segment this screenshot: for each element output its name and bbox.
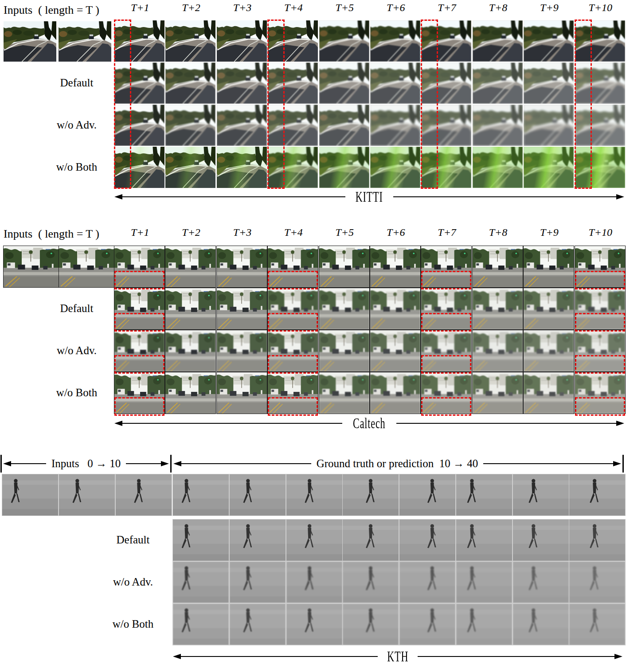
- kth-wo-both-frame-2: [230, 604, 286, 645]
- arrow-left-head-icon: [173, 654, 181, 659]
- kth-wo-adv-frame-6: [456, 562, 512, 603]
- kitti-highlight-box-t10: [575, 20, 592, 189]
- caltech-highlight-box-t10-row2: [575, 313, 625, 332]
- caltech-ground-truth-frame-6: [370, 246, 420, 287]
- kitti-dataset-label: KITTI: [350, 188, 389, 205]
- figure-root: Inputs ( length = T ) Default w/o Adv. w…: [0, 0, 626, 672]
- caltech-wo-both-frame-5: [319, 372, 369, 414]
- caltech-highlight-box-t7-row3: [421, 355, 471, 374]
- kth-wo-adv-frame-8: [569, 562, 625, 603]
- arrow-line: [418, 656, 614, 657]
- kitti-default-frame-3: [217, 63, 267, 104]
- kitti-row-label-wo-both: w/o Both: [39, 160, 114, 174]
- kth-ground-truth-frame-7: [513, 474, 569, 516]
- kitti-col-header-tplus1: T+1: [114, 2, 165, 14]
- arrow-line: [126, 463, 161, 465]
- kitti-row-label-default: Default: [39, 76, 114, 90]
- kitti-wo-adv-frame-6: [370, 105, 420, 146]
- kth-input-frame-2: [59, 474, 115, 516]
- kth-axis-arrow: KTH: [173, 651, 622, 662]
- caltech-col-header-tplus6: T+6: [370, 227, 421, 238]
- caltech-wo-both-frame-8: [473, 372, 523, 414]
- kth-wo-both-frame-6: [456, 604, 512, 645]
- caltech-col-header-tplus5: T+5: [319, 227, 370, 238]
- kitti-wo-both-frame-3: [217, 147, 267, 188]
- kth-default-frame-5: [399, 520, 455, 561]
- kth-dataset-label: KTH: [381, 648, 414, 665]
- kitti-wo-both-frame-5: [319, 147, 369, 188]
- kth-wo-adv-frame-4: [343, 562, 399, 603]
- kitti-col-header-tplus6: T+6: [370, 2, 421, 14]
- kth-wo-adv-frame-1: [173, 562, 229, 603]
- caltech-default-frame-6: [370, 288, 420, 329]
- kth-row-label-default: Default: [106, 533, 160, 547]
- kitti-input-frame-1: [4, 21, 56, 62]
- kitti-col-header-tplus8: T+8: [473, 2, 524, 14]
- kth-wo-both-frame-1: [173, 604, 229, 645]
- kth-default-frame-6: [456, 520, 512, 561]
- kitti-axis-arrow: KITTI: [114, 191, 624, 202]
- kth-ground-truth-frame-3: [286, 474, 342, 516]
- kitti-col-header-tplus10: T+10: [575, 2, 626, 14]
- caltech-highlight-box-t4-row2: [268, 313, 318, 332]
- caltech-ground-truth-frame-3: [217, 246, 267, 287]
- arrow-right-head-icon: [161, 461, 169, 466]
- kitti-col-header-tplus5: T+5: [319, 2, 370, 14]
- kth-input-frame-3: [116, 474, 172, 516]
- kth-wo-both-frame-5: [399, 604, 455, 645]
- caltech-highlight-box-t7-row1: [421, 271, 471, 289]
- kth-ground-truth-frame-5: [399, 474, 455, 516]
- caltech-col-header-tplus2: T+2: [165, 227, 216, 238]
- caltech-ground-truth-frame-8: [473, 246, 523, 287]
- kth-default-frame-7: [513, 520, 569, 561]
- caltech-row-label-wo-both: w/o Both: [39, 386, 114, 399]
- kth-wo-adv-frame-3: [286, 562, 342, 603]
- arrow-line: [483, 463, 613, 465]
- caltech-row-label-wo-adv: w/o Adv.: [39, 344, 114, 357]
- caltech-highlight-box-t10-row3: [575, 355, 625, 374]
- kth-wo-both-frame-7: [513, 604, 569, 645]
- caltech-wo-adv-frame-2: [165, 330, 215, 371]
- kitti-highlight-box-t1: [114, 20, 131, 189]
- arrow-right-head-icon: [616, 194, 624, 199]
- kitti-row-label-wo-adv: w/o Adv.: [39, 118, 114, 132]
- caltech-col-header-tplus1: T+1: [114, 227, 165, 238]
- caltech-col-header-tplus9: T+9: [524, 227, 575, 238]
- kitti-ground-truth-frame-9: [524, 20, 574, 62]
- caltech-highlight-box-t1-row1: [114, 271, 164, 289]
- kitti-highlight-box-t4: [267, 20, 285, 189]
- kitti-ground-truth-frame-2: [165, 20, 215, 62]
- caltech-wo-both-frame-2: [165, 372, 215, 414]
- kth-range-bar-middle: [170, 455, 172, 473]
- kitti-default-frame-5: [319, 63, 369, 104]
- caltech-ground-truth-frame-2: [165, 246, 215, 287]
- caltech-col-header-tplus10: T+10: [575, 227, 626, 238]
- kitti-wo-both-frame-9: [524, 147, 574, 188]
- caltech-highlight-box-t10-row4: [575, 397, 625, 416]
- kth-default-frame-3: [286, 520, 342, 561]
- kth-default-frame-1: [173, 520, 229, 561]
- caltech-highlight-box-t4-row3: [268, 355, 318, 374]
- kth-wo-adv-frame-5: [399, 562, 455, 603]
- kitti-wo-adv-frame-2: [165, 105, 215, 146]
- kitti-wo-both-frame-2: [165, 147, 215, 188]
- kth-range-bar-left: [0, 455, 2, 473]
- kitti-input-frame-2: [59, 21, 111, 62]
- kitti-ground-truth-frame-5: [319, 20, 369, 62]
- arrow-line: [181, 463, 311, 465]
- caltech-axis-arrow: Caltech: [114, 418, 624, 429]
- kitti-ground-truth-frame-8: [473, 20, 523, 62]
- caltech-inputs-label: Inputs ( length = T ): [4, 227, 99, 241]
- arrow-left-head-icon: [173, 461, 181, 466]
- kitti-default-frame-8: [473, 63, 523, 104]
- kth-ground-truth-frame-2: [230, 474, 286, 516]
- caltech-row-label-default: Default: [39, 302, 114, 315]
- caltech-highlight-box-t1-row3: [114, 355, 164, 374]
- caltech-wo-adv-frame-6: [370, 330, 420, 371]
- kth-ground-truth-frame-6: [456, 474, 512, 516]
- kth-default-frame-4: [343, 520, 399, 561]
- caltech-highlight-box-t7-row2: [421, 313, 471, 332]
- arrow-right-head-icon: [616, 421, 624, 426]
- arrow-line: [122, 196, 345, 198]
- caltech-dataset-label: Caltech: [347, 415, 391, 432]
